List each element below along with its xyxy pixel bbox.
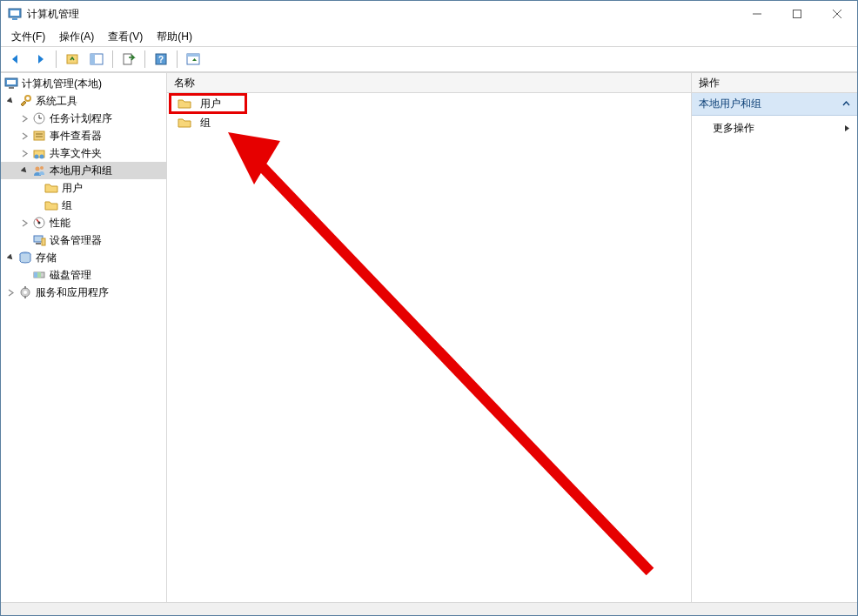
menu-file[interactable]: 文件(F) bbox=[6, 28, 50, 46]
tree-label: 事件查看器 bbox=[50, 129, 102, 144]
svg-rect-42 bbox=[24, 296, 26, 298]
menu-action[interactable]: 操作(A) bbox=[54, 28, 99, 46]
tree-label: 任务计划程序 bbox=[50, 111, 112, 126]
svg-rect-17 bbox=[9, 87, 14, 89]
tree-label: 设备管理器 bbox=[50, 233, 102, 248]
expand-icon[interactable] bbox=[18, 112, 30, 124]
separator bbox=[144, 50, 145, 68]
tree-label: 存储 bbox=[36, 251, 57, 265]
action-section[interactable]: 本地用户和组 bbox=[692, 93, 857, 116]
svg-rect-38 bbox=[37, 272, 41, 278]
svg-rect-16 bbox=[7, 80, 16, 84]
close-button[interactable] bbox=[817, 1, 857, 27]
export-button[interactable] bbox=[117, 48, 140, 70]
collapse-icon[interactable] bbox=[4, 95, 17, 107]
computer-icon bbox=[4, 77, 18, 90]
svg-rect-1 bbox=[10, 10, 19, 16]
refresh-button[interactable] bbox=[182, 48, 204, 70]
clock-icon bbox=[32, 111, 46, 125]
tree-label: 用户 bbox=[62, 181, 83, 196]
tree-label: 磁盘管理 bbox=[50, 268, 91, 283]
action-more[interactable]: 更多操作 bbox=[692, 116, 857, 141]
tree-root[interactable]: 计算机管理(本地) bbox=[1, 75, 166, 92]
action-pane: 操作 本地用户和组 更多操作 bbox=[692, 73, 857, 602]
show-hide-tree-button[interactable] bbox=[85, 48, 108, 70]
svg-text:?: ? bbox=[158, 55, 164, 64]
expand-icon[interactable] bbox=[18, 217, 30, 229]
svg-marker-44 bbox=[228, 132, 280, 184]
tree-users[interactable]: 用户 bbox=[1, 179, 166, 197]
svg-rect-37 bbox=[34, 272, 37, 278]
svg-rect-33 bbox=[36, 243, 41, 244]
tree-groups[interactable]: 组 bbox=[1, 197, 166, 214]
expand-icon[interactable] bbox=[18, 147, 30, 159]
svg-rect-34 bbox=[42, 238, 45, 245]
tree-disk-mgmt[interactable]: 磁盘管理 bbox=[1, 266, 166, 284]
collapse-icon[interactable] bbox=[18, 164, 30, 177]
list-item-users[interactable]: 用户 bbox=[171, 95, 245, 112]
annotation-arrow bbox=[215, 110, 676, 598]
svg-point-18 bbox=[25, 96, 30, 101]
maximize-button[interactable] bbox=[777, 1, 817, 27]
up-button[interactable] bbox=[61, 48, 84, 70]
expand-icon[interactable] bbox=[4, 286, 17, 298]
list-item-label: 用户 bbox=[200, 97, 221, 111]
folder-icon bbox=[44, 181, 58, 195]
list-pane: 名称 用户 组 bbox=[167, 73, 692, 602]
action-pane-header: 操作 bbox=[692, 73, 857, 93]
menubar: 文件(F) 操作(A) 查看(V) 帮助(H) bbox=[1, 27, 857, 46]
menu-help[interactable]: 帮助(H) bbox=[151, 28, 198, 46]
toolbar: ? bbox=[1, 46, 857, 72]
svg-rect-2 bbox=[12, 18, 17, 20]
svg-point-27 bbox=[40, 155, 44, 159]
folder-icon bbox=[178, 97, 191, 110]
tree-performance[interactable]: 性能 bbox=[1, 214, 166, 231]
app-icon bbox=[8, 7, 22, 21]
list-header-name[interactable]: 名称 bbox=[167, 73, 691, 93]
help-button[interactable]: ? bbox=[150, 48, 172, 70]
device-icon bbox=[32, 233, 46, 247]
shared-folder-icon bbox=[32, 146, 46, 160]
svg-rect-9 bbox=[90, 54, 95, 64]
expand-icon[interactable] bbox=[18, 130, 30, 142]
collapse-icon bbox=[842, 98, 850, 110]
action-section-label: 本地用户和组 bbox=[699, 97, 761, 111]
tree-device-manager[interactable]: 设备管理器 bbox=[1, 231, 166, 249]
back-button[interactable] bbox=[4, 48, 27, 70]
svg-rect-10 bbox=[124, 54, 131, 64]
performance-icon bbox=[32, 216, 46, 230]
svg-point-29 bbox=[40, 166, 44, 170]
collapse-icon[interactable] bbox=[4, 251, 17, 264]
menu-view[interactable]: 查看(V) bbox=[103, 28, 148, 46]
tree-label: 共享文件夹 bbox=[50, 146, 102, 161]
list-item-groups[interactable]: 组 bbox=[167, 114, 691, 131]
statusbar bbox=[1, 602, 857, 615]
list-item-label: 组 bbox=[200, 116, 211, 131]
separator bbox=[177, 50, 178, 68]
tree-pane[interactable]: 计算机管理(本地) 系统工具 任务计划程序 事件查看器 bbox=[1, 73, 167, 602]
svg-rect-14 bbox=[187, 54, 199, 57]
tree-label: 计算机管理(本地) bbox=[22, 77, 102, 91]
tree-services-apps[interactable]: 服务和应用程序 bbox=[1, 284, 166, 301]
tree-system-tools[interactable]: 系统工具 bbox=[1, 92, 166, 110]
tree-local-users-groups[interactable]: 本地用户和组 bbox=[1, 162, 166, 179]
users-groups-icon bbox=[32, 164, 46, 177]
svg-rect-41 bbox=[24, 286, 26, 289]
minimize-button[interactable] bbox=[737, 1, 777, 27]
tree-label: 性能 bbox=[50, 216, 70, 231]
tree-shared-folders[interactable]: 共享文件夹 bbox=[1, 144, 166, 162]
tree-event-viewer[interactable]: 事件查看器 bbox=[1, 127, 166, 144]
svg-rect-4 bbox=[794, 10, 801, 18]
svg-rect-7 bbox=[67, 55, 77, 64]
tools-icon bbox=[18, 94, 32, 108]
storage-icon bbox=[18, 251, 32, 264]
services-icon bbox=[18, 285, 32, 299]
forward-button[interactable] bbox=[29, 48, 51, 70]
disk-icon bbox=[32, 268, 46, 282]
tree-task-scheduler[interactable]: 任务计划程序 bbox=[1, 110, 166, 127]
tree-storage[interactable]: 存储 bbox=[1, 249, 166, 266]
svg-point-31 bbox=[38, 222, 41, 224]
folder-icon bbox=[44, 198, 58, 212]
folder-icon bbox=[178, 116, 191, 130]
tree-label: 组 bbox=[62, 198, 72, 213]
